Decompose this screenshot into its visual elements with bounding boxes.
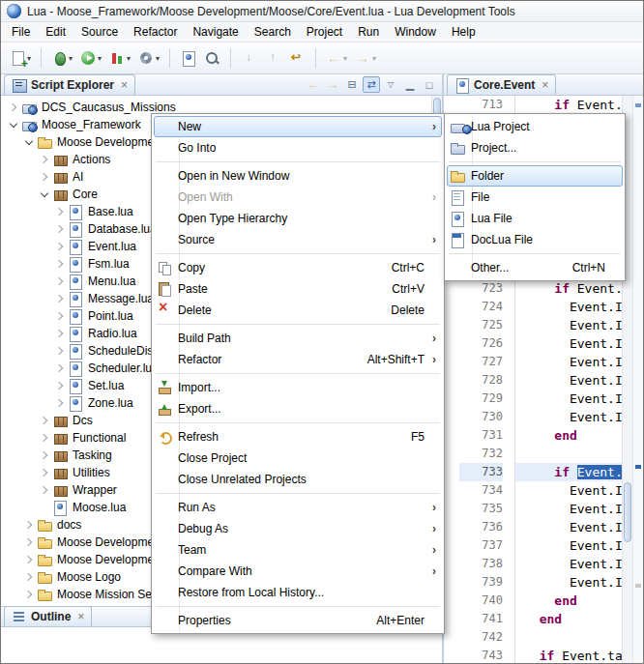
new-button[interactable]: ▾ — [7, 46, 34, 70]
expander-icon[interactable] — [55, 242, 65, 251]
expander-icon[interactable] — [24, 590, 34, 599]
line-number[interactable]: 737 — [459, 536, 503, 555]
dropdown-arrow-icon[interactable]: ▾ — [156, 54, 160, 63]
expander-icon[interactable] — [55, 346, 65, 356]
expander-icon[interactable] — [40, 433, 49, 443]
menu-refactor[interactable]: Refactor — [126, 23, 185, 41]
line-number[interactable]: 739 — [459, 573, 503, 592]
search-button[interactable] — [201, 46, 223, 70]
line-number[interactable]: 740 — [459, 592, 503, 610]
menu-help[interactable]: Help — [444, 23, 483, 41]
tab-script-explorer[interactable]: Script Explorer × — [4, 74, 135, 95]
menu-item-lua-project[interactable]: Lua Project — [447, 116, 623, 137]
code-line[interactable]: Event.IniDCSUnit = Event.initiator — [515, 481, 622, 500]
menu-item-other[interactable]: Other...Ctrl+N — [447, 257, 623, 278]
menu-item-debug-as[interactable]: Debug As› — [154, 518, 442, 539]
expander-icon[interactable] — [40, 416, 49, 425]
previous-annotation-button[interactable] — [262, 46, 284, 70]
code-line[interactable]: Event.IniUnitName = Event.IniDCSUnitName — [515, 334, 622, 353]
line-number[interactable]: 731 — [459, 426, 503, 445]
line-number[interactable]: 729 — [459, 390, 503, 408]
menu-item-folder[interactable]: Folder — [447, 165, 623, 187]
menu-item-open-in-new-window[interactable]: Open in New Window — [154, 165, 442, 187]
close-icon[interactable]: × — [121, 78, 128, 92]
back-icon[interactable]: ← — [305, 76, 322, 93]
menu-item-restore-from-local-history[interactable]: Restore from Local History... — [154, 582, 442, 603]
code-line[interactable]: Event.IniDCSUnitName = Event.IniDCSUnit:… — [515, 500, 622, 518]
view-menu-icon[interactable]: ▽ — [382, 76, 399, 93]
code-line[interactable]: if Event.IniObjectCategory == Object.Cat… — [515, 463, 622, 481]
menu-item-project[interactable]: Project... — [447, 137, 623, 159]
line-number[interactable]: 734 — [459, 481, 503, 500]
line-number[interactable]: 736 — [459, 518, 503, 536]
code-line[interactable]: if Event.IniObjectCategory == Object.Cat… — [515, 279, 622, 298]
line-number[interactable]: 730 — [459, 408, 503, 426]
menu-item-go-into[interactable]: Go Into — [154, 137, 442, 159]
line-number[interactable]: 723 — [459, 279, 503, 298]
line-number[interactable]: 727 — [459, 353, 503, 371]
tab-outline[interactable]: Outline × — [4, 606, 92, 626]
code-line[interactable]: if Event.target ~= nil then — [515, 647, 622, 663]
expander-icon[interactable] — [55, 329, 65, 338]
menu-item-refresh[interactable]: RefreshF5 — [154, 426, 442, 447]
expander-icon[interactable] — [24, 520, 34, 530]
code-line[interactable]: Event.IniDCSUnitName = Event.IniDCSUnit:… — [515, 316, 622, 334]
menu-item-doclua-file[interactable]: DocLua File — [447, 229, 623, 250]
line-number[interactable]: 728 — [459, 371, 503, 390]
menu-navigate[interactable]: Navigate — [185, 23, 246, 41]
menu-item-paste[interactable]: PasteCtrl+V — [154, 278, 442, 300]
tab-core-event[interactable]: Core.Event × — [447, 74, 556, 95]
expander-icon[interactable] — [55, 207, 65, 217]
line-number[interactable]: 725 — [459, 316, 503, 334]
run-button[interactable]: ▾ — [77, 46, 104, 70]
expander-icon[interactable] — [40, 485, 49, 495]
expander-icon[interactable] — [9, 102, 18, 112]
menu-item-new[interactable]: New› — [154, 116, 442, 137]
menu-item-properties[interactable]: PropertiesAlt+Enter — [154, 610, 442, 631]
code-line[interactable]: Event.IniCoalition = Event.IniDCSUnit:ge… — [515, 371, 622, 390]
code-line[interactable]: Event.IniCategory = Event.IniDCSUnit:get… — [515, 573, 622, 592]
line-number[interactable]: 713 — [459, 96, 503, 114]
editor-scrollbar-thumb[interactable] — [624, 482, 631, 542]
menu-source[interactable]: Source — [73, 23, 126, 41]
line-number[interactable]: 735 — [459, 500, 503, 518]
menu-file[interactable]: File — [4, 23, 38, 41]
expander-icon[interactable] — [9, 120, 18, 130]
external-tools-button[interactable]: ▾ — [135, 46, 162, 70]
code-line[interactable]: Event.IniDCSUnit = Event.initiator — [515, 298, 622, 316]
menu-item-copy[interactable]: CopyCtrl+C — [154, 257, 442, 278]
menu-run[interactable]: Run — [350, 23, 387, 41]
expander-icon[interactable] — [55, 224, 65, 234]
menu-project[interactable]: Project — [299, 23, 350, 41]
line-number[interactable]: 732 — [459, 445, 503, 463]
line-number[interactable]: 743 — [459, 647, 503, 663]
code-line[interactable]: Event.IniCategory = Event.IniDCSUnit:get… — [515, 390, 622, 408]
menu-item-refactor[interactable]: RefactorAlt+Shift+T› — [154, 349, 442, 370]
menu-edit[interactable]: Edit — [38, 23, 73, 41]
dropdown-arrow-icon[interactable]: ▾ — [343, 54, 347, 63]
code-line[interactable]: Event.IniUnit = STATIC:FindByName( Event… — [515, 353, 622, 371]
line-number[interactable]: 738 — [459, 555, 503, 573]
menu-item-run-as[interactable]: Run As› — [154, 497, 442, 518]
expander-icon[interactable] — [55, 381, 65, 390]
menu-item-open-type-hierarchy[interactable]: Open Type Hierarchy — [154, 208, 442, 229]
minimize-icon[interactable]: ▁ — [401, 76, 419, 93]
expander-icon[interactable] — [55, 276, 65, 286]
code-line[interactable]: Event.IniUnitName = Event.IniDCSUnitName — [515, 518, 622, 536]
forward-button[interactable]: ▾ — [352, 46, 379, 70]
expander-icon[interactable] — [55, 363, 65, 373]
code-line[interactable]: end — [515, 592, 622, 610]
code-line[interactable]: end — [515, 610, 622, 628]
line-number[interactable]: 742 — [459, 628, 503, 647]
expander-icon[interactable] — [55, 311, 65, 321]
expander-icon[interactable] — [24, 572, 34, 582]
expander-icon[interactable] — [40, 172, 49, 182]
menu-item-file[interactable]: File — [447, 187, 623, 208]
line-number[interactable]: 741 — [459, 610, 503, 628]
code-line[interactable]: end — [515, 426, 622, 445]
coverage-button[interactable]: ▾ — [106, 46, 133, 70]
expander-icon[interactable] — [24, 137, 34, 147]
menu-item-delete[interactable]: DeleteDelete — [154, 300, 442, 321]
code-line[interactable]: Event.IniTypeName = Event.IniDCSUnit:get… — [515, 408, 622, 426]
menu-item-build-path[interactable]: Build Path› — [154, 328, 442, 349]
